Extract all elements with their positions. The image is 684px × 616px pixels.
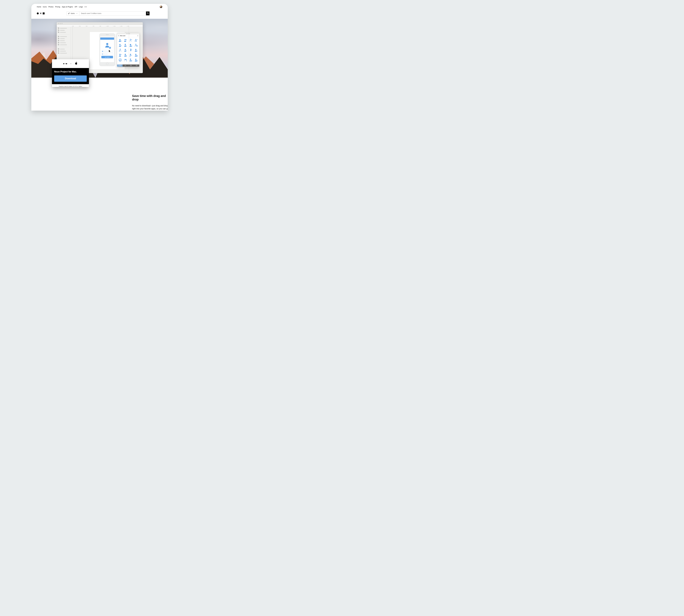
- svg-point-27: [135, 49, 136, 50]
- nav-pricing[interactable]: Pricing: [55, 6, 60, 8]
- ruler-tick: 750: [92, 26, 99, 27]
- user-avatar-icon[interactable]: [160, 6, 162, 8]
- layer-placeholder: [60, 49, 65, 49]
- picker-format-segment: AutoFormat: [123, 64, 128, 67]
- svg-rect-26: [131, 50, 131, 51]
- layer-placeholder: [60, 40, 65, 41]
- svg-rect-13: [135, 41, 137, 42]
- icon-grid: [117, 37, 139, 63]
- get-started-button: Get Started: [101, 56, 113, 58]
- svg-point-11: [130, 39, 131, 40]
- ruler: 450 550 650 750 850 1,050 1,150 1,250 1,…: [57, 25, 143, 27]
- user-icon: [118, 58, 123, 62]
- picker-titlebar: Noun Project: [117, 33, 139, 35]
- search-row: ✕ Icons ▾: [31, 9, 168, 19]
- layer-placeholder: [60, 28, 67, 29]
- chevron-down-icon: ▾: [76, 13, 77, 14]
- picker-zoom-segment: 100%Zoom: [134, 64, 139, 67]
- nav-more-icon[interactable]: •••: [85, 6, 87, 8]
- shapes-icon: [68, 13, 70, 14]
- svg-point-15: [124, 44, 126, 45]
- top-nav: Home Icons Photos Pricing Apps & Plugins…: [31, 4, 168, 9]
- site-logo[interactable]: ✕: [37, 13, 45, 14]
- browser-window: Home Icons Photos Pricing Apps & Plugins…: [31, 4, 168, 111]
- user-icon: [123, 52, 128, 58]
- nav-api[interactable]: API: [74, 6, 77, 8]
- download-button[interactable]: Download: [54, 75, 87, 82]
- svg-point-30: [119, 54, 121, 55]
- picker-size-segment: 128pxPNG Size: [128, 64, 134, 67]
- user-icon: [128, 38, 134, 43]
- folder-icon: [58, 42, 59, 43]
- folder-icon: [58, 40, 59, 41]
- svg-point-41: [130, 59, 131, 60]
- search-filter-dropdown[interactable]: Icons ▾: [67, 12, 79, 15]
- svg-point-18: [130, 44, 131, 45]
- nav-photos[interactable]: Photos: [48, 6, 53, 8]
- folder-icon: [58, 38, 59, 39]
- folder-icon: [58, 44, 59, 45]
- svg-point-24: [124, 49, 126, 50]
- folder-icon: [58, 36, 59, 37]
- search-input[interactable]: [79, 12, 146, 15]
- svg-point-9: [124, 39, 126, 40]
- target-icon: [102, 53, 103, 54]
- app-header: [100, 38, 114, 40]
- svg-point-38: [124, 59, 126, 60]
- phone-speaker-icon: [106, 35, 109, 35]
- user-icon: [123, 38, 128, 43]
- svg-point-14: [119, 44, 121, 45]
- user-icon: [123, 48, 128, 52]
- user-icon: [128, 48, 134, 52]
- nav-icons[interactable]: Icons: [43, 6, 47, 8]
- user-icon: [123, 58, 128, 62]
- nav-home[interactable]: Home: [37, 6, 41, 8]
- layer-placeholder: [60, 36, 67, 37]
- picker-color-segment: #5EA8F5Color: [117, 64, 123, 67]
- form-field-code: Code Word: [101, 53, 113, 55]
- nav-lingo[interactable]: Lingo: [79, 6, 83, 8]
- traffic-dot-icon: [58, 23, 59, 24]
- layer-placeholder: [60, 32, 66, 33]
- ruler-tick: 1,050: [106, 26, 113, 27]
- feature-body: No need to download—just drag and drop i…: [132, 104, 168, 111]
- folder-icon: [58, 32, 59, 33]
- svg-point-43: [135, 59, 136, 60]
- status-bar: [100, 36, 114, 38]
- svg-point-12: [135, 39, 136, 40]
- hero: 450 550 650 750 850 1,050 1,150 1,250 1,…: [31, 19, 168, 78]
- user-icon: [118, 38, 123, 43]
- cursor-icon: [109, 50, 111, 52]
- download-title: Noun Project for Mac.: [54, 70, 87, 73]
- clear-icon: ×: [137, 35, 138, 37]
- picker-footer: #5EA8F5Color AutoFormat 128pxPNG Size 10…: [117, 64, 139, 67]
- picker-search: New user ×: [117, 35, 139, 37]
- user-icon: [118, 43, 123, 48]
- search-filter-label: Icons: [71, 13, 75, 14]
- traffic-dot-icon: [62, 23, 63, 24]
- layer-placeholder: [60, 51, 66, 51]
- nav-apps[interactable]: Apps & Plugins: [62, 6, 73, 8]
- user-icon: [134, 52, 139, 58]
- logo-square-icon: [43, 13, 45, 14]
- svg-point-2: [106, 43, 108, 45]
- logo-circle-icon: [37, 13, 39, 14]
- icon-picker-panel: Noun Project New user ×: [117, 33, 139, 67]
- download-card-bottom: Noun Project for Mac. Download: [52, 68, 89, 84]
- download-card: ✕ + Noun Project for Mac. Download Requi…: [52, 59, 89, 87]
- svg-point-6: [119, 39, 121, 40]
- apple-icon: [75, 62, 78, 66]
- user-icon: [123, 43, 128, 48]
- user-icon: [134, 48, 139, 52]
- home-button-icon: [106, 63, 109, 65]
- layer-placeholder: [60, 30, 65, 31]
- user-icon: [118, 48, 123, 52]
- ruler-tick: 450: [72, 26, 79, 27]
- svg-point-39: [126, 59, 127, 60]
- svg-point-20: [135, 44, 136, 45]
- search-button[interactable]: [146, 12, 150, 15]
- search-icon: [147, 12, 149, 15]
- layer-placeholder: [60, 53, 67, 53]
- layer-placeholder: [60, 38, 65, 39]
- user-icon: [128, 52, 134, 58]
